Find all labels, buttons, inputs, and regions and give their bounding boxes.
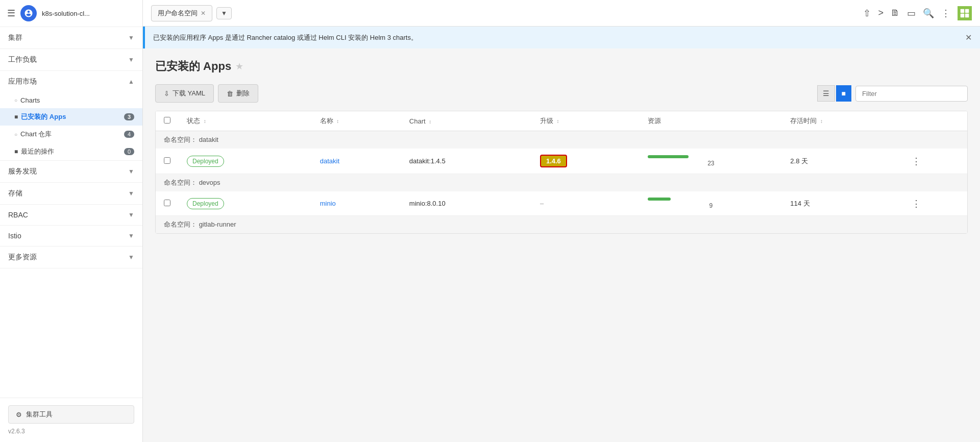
main-content: 用户命名空间 ✕ ▼ ⇧ > 🗎 ▭ 🔍 ⋮ 已安装的应用程	[143, 0, 980, 442]
table-row: Deployed datakit datakit:1.4.5 1.4.6	[156, 149, 967, 174]
tab-close-icon[interactable]: ✕	[201, 10, 206, 17]
sidebar-item-chart-repo[interactable]: ○ Chart 仓库 4	[0, 126, 142, 143]
chevron-down-icon: ▼	[128, 232, 134, 239]
tab-dropdown-button[interactable]: ▼	[216, 7, 232, 19]
nav-istio[interactable]: Istio ▼	[0, 226, 142, 246]
chevron-down-icon: ▼	[128, 56, 134, 63]
copy-icon[interactable]: ▭	[907, 8, 916, 19]
sidebar-nav: 集群 ▼ 工作负载 ▼ 应用市场 ▲ ○ Charts	[0, 27, 142, 398]
select-all-checkbox[interactable]	[164, 117, 170, 124]
folder-icon: ■	[14, 113, 18, 120]
sidebar-header: ☰ k8s-solution-cl...	[0, 0, 142, 27]
view-toggle: ☰ ■	[817, 85, 851, 102]
sort-icon[interactable]: ↕	[204, 118, 206, 124]
folder-icon: ■	[14, 148, 18, 155]
sidebar: ☰ k8s-solution-cl... 集群 ▼ 工作负载 ▼ 应用市场	[0, 0, 143, 442]
file-icon[interactable]: 🗎	[891, 8, 900, 18]
sort-icon[interactable]: ↕	[557, 118, 559, 124]
row-checkbox[interactable]	[164, 200, 170, 206]
sidebar-item-recent-ops[interactable]: ■ 最近的操作 0	[0, 143, 142, 160]
info-banner: 已安装的应用程序 Apps 是通过 Rancher catalog 或通过 He…	[143, 27, 980, 48]
download-icon: ⇩	[164, 90, 169, 97]
chart-cell: datakit:1.4.5	[401, 149, 532, 174]
search-icon[interactable]: 🔍	[923, 8, 934, 19]
status-column-header: 状态 ↕	[179, 111, 312, 131]
namespace-label: 命名空间：	[164, 220, 197, 228]
namespace-value: gitlab-runner	[199, 220, 236, 228]
upload-icon[interactable]: ⇧	[863, 8, 871, 19]
more-options-icon[interactable]: ⋮	[941, 8, 950, 19]
toolbar: ⇩ 下载 YAML 🗑 删除 ☰ ■	[143, 80, 980, 111]
content-area: 已安装的应用程序 Apps 是通过 Rancher catalog 或通过 He…	[143, 27, 980, 442]
download-yaml-button[interactable]: ⇩ 下载 YAML	[155, 84, 214, 103]
nav-storage[interactable]: 存储 ▼	[0, 183, 142, 204]
sort-icon[interactable]: ↕	[820, 118, 823, 124]
list-view-button[interactable]: ☰	[817, 85, 835, 102]
favorite-icon[interactable]: ★	[235, 61, 243, 72]
namespace-value: devops	[199, 179, 220, 186]
tab-user-namespace[interactable]: 用户命名空间 ✕	[151, 5, 212, 21]
nav-cluster[interactable]: 集群 ▼	[0, 27, 142, 48]
sort-icon[interactable]: ↕	[429, 119, 431, 125]
apps-table: 状态 ↕ 名称 ↕ Chart ↕	[156, 111, 967, 233]
hamburger-icon[interactable]: ☰	[7, 8, 15, 19]
chevron-down-icon: ▼	[128, 168, 134, 175]
topbar: 用户命名空间 ✕ ▼ ⇧ > 🗎 ▭ 🔍 ⋮	[143, 0, 980, 27]
row-checkbox[interactable]	[164, 157, 170, 164]
cluster-tools-button[interactable]: ⚙ 集群工具	[8, 405, 134, 424]
resource-bar-container: 9	[648, 198, 774, 209]
upgrade-badge[interactable]: 1.4.6	[540, 155, 567, 167]
table-wrapper: 状态 ↕ 名称 ↕ Chart ↕	[143, 111, 980, 234]
app-link[interactable]: minio	[320, 200, 336, 207]
nav-service-discovery[interactable]: 服务发现 ▼	[0, 161, 142, 182]
nav-app-market[interactable]: 应用市场 ▲	[0, 71, 142, 92]
installed-apps-badge: 3	[124, 113, 134, 120]
nav-section-rbac: RBAC ▼	[0, 205, 142, 226]
actions-column-header	[903, 111, 967, 131]
k8s-logo-icon	[20, 5, 37, 21]
table-row: Deployed minio minio:8.0.10 –	[156, 191, 967, 216]
row-more-button[interactable]: ⋮	[912, 156, 921, 166]
nav-section-storage: 存储 ▼	[0, 183, 142, 205]
uptime-cell: 2.8 天	[782, 149, 903, 174]
app-link[interactable]: datakit	[320, 157, 339, 165]
chevron-down-icon: ▼	[128, 190, 134, 197]
resource-bar	[648, 155, 689, 158]
nav-workload[interactable]: 工作负载 ▼	[0, 49, 142, 70]
sort-icon[interactable]: ↕	[336, 118, 339, 124]
namespace-row-devops: 命名空间： devops	[156, 174, 967, 192]
trash-icon: 🗑	[227, 90, 233, 97]
avatar[interactable]	[958, 6, 972, 20]
nav-rbac[interactable]: RBAC ▼	[0, 205, 142, 225]
delete-button[interactable]: 🗑 删除	[218, 84, 258, 103]
tab-label: 用户命名空间	[158, 9, 198, 18]
filter-input[interactable]	[855, 86, 968, 102]
namespace-label: 命名空间：	[164, 179, 197, 186]
nav-section-workload: 工作负载 ▼	[0, 49, 142, 71]
uptime-cell: 114 天	[782, 191, 903, 216]
row-more-button[interactable]: ⋮	[912, 199, 921, 209]
circle-icon: ○	[14, 97, 17, 103]
circle-icon: ○	[14, 132, 17, 137]
svg-rect-0	[961, 9, 965, 13]
chevron-down-icon: ▼	[128, 34, 134, 41]
no-upgrade-indicator: –	[540, 200, 544, 207]
terminal-icon[interactable]: >	[878, 8, 884, 18]
sidebar-item-installed-apps[interactable]: ■ 已安装的 Apps 3	[0, 108, 142, 126]
grid-view-button[interactable]: ■	[836, 85, 851, 102]
nav-section-service: 服务发现 ▼	[0, 161, 142, 183]
banner-close-button[interactable]: ✕	[965, 33, 972, 42]
svg-rect-3	[965, 13, 969, 17]
sidebar-footer: ⚙ 集群工具 v2.6.3	[0, 398, 142, 442]
namespace-row-gitlab-runner: 命名空间： gitlab-runner	[156, 216, 967, 234]
gear-icon: ⚙	[16, 411, 22, 419]
page-header: 已安装的 Apps ★	[143, 48, 980, 80]
upgrade-column-header: 升级 ↕	[532, 111, 640, 131]
sidebar-item-charts[interactable]: ○ Charts	[0, 92, 142, 108]
resource-bar	[648, 198, 671, 201]
nav-more-resources[interactable]: 更多资源 ▼	[0, 247, 142, 268]
chart-column-header: Chart ↕	[401, 111, 532, 131]
resource-bar-container: 23	[648, 155, 774, 167]
nav-section-istio: Istio ▼	[0, 226, 142, 247]
status-badge: Deployed	[187, 198, 224, 209]
